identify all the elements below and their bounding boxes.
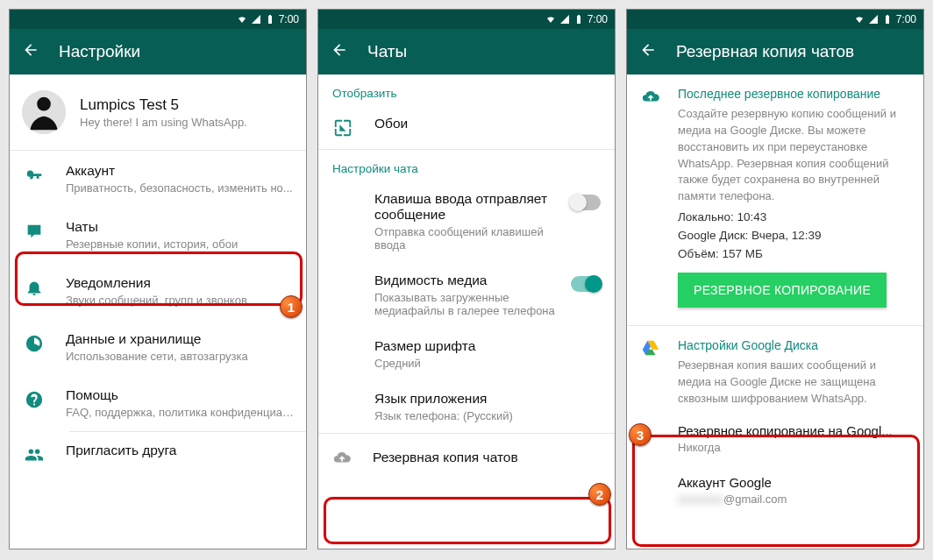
backup-to-google-row[interactable]: Резервное копирование на Googl... Никогд… xyxy=(627,413,923,464)
status-time: 7:00 xyxy=(896,13,916,25)
section-chat-settings: Настройки чата xyxy=(318,150,615,181)
profile-status: Hey there! I am using WhatsApp. xyxy=(80,116,247,129)
back-button[interactable] xyxy=(22,41,39,62)
status-bar: 7:00 xyxy=(10,10,306,29)
enter-sends-toggle[interactable]: Клавиша ввода отправляет сообщение Отпра… xyxy=(318,181,615,262)
switch-on[interactable] xyxy=(571,276,601,292)
bell-icon xyxy=(24,277,45,298)
page-title: Резервная копия чатов xyxy=(676,42,854,61)
key-icon xyxy=(24,165,45,186)
battery-icon xyxy=(882,14,893,25)
status-time: 7:00 xyxy=(279,13,299,25)
switch-off[interactable] xyxy=(571,195,601,210)
status-time: 7:00 xyxy=(588,13,608,25)
wifi-icon xyxy=(545,14,556,25)
screen-settings: 7:00 Настройки Lumpics Test 5 Hey there!… xyxy=(9,9,307,549)
last-backup-title: Последнее резервное копирование xyxy=(678,87,909,101)
app-bar: Настройки xyxy=(10,29,306,74)
backup-button[interactable]: РЕЗЕРВНОЕ КОПИРОВАНИЕ xyxy=(678,273,887,308)
settings-item-notifications[interactable]: Уведомления Звуки сообщений, групп и зво… xyxy=(10,263,306,319)
status-bar: 7:00 xyxy=(627,10,923,29)
app-language-row[interactable]: Язык приложения Язык телефона: (Русский) xyxy=(318,380,615,433)
wallpaper-row[interactable]: Обои xyxy=(318,105,615,149)
chat-icon xyxy=(24,221,45,242)
google-account-value: xxxxxxxx@gmail.com xyxy=(678,493,909,506)
settings-item-help[interactable]: Помощь FAQ, поддержка, политика конфиден… xyxy=(10,375,306,431)
media-visibility-toggle[interactable]: Видимость медиа Показывать загруженные м… xyxy=(318,262,615,328)
screen-chats-settings: 7:00 Чаты Отобразить Обои Настройки чата… xyxy=(317,9,616,549)
backup-size: Объём: 157 МБ xyxy=(678,247,909,260)
backup-gdrive-time: Google Диск: Вчера, 12:39 xyxy=(678,229,909,242)
signal-icon xyxy=(251,14,261,25)
wifi-icon xyxy=(854,14,865,25)
chats-settings-content: Отобразить Обои Настройки чата Клавиша в… xyxy=(318,74,615,549)
backup-local: Локально: 10:43 xyxy=(678,210,909,223)
signal-icon xyxy=(868,14,879,25)
settings-content: Lumpics Test 5 Hey there! I am using Wha… xyxy=(10,74,306,549)
back-button[interactable] xyxy=(639,41,657,62)
settings-item-chats[interactable]: Чаты Резервные копии, история, обои xyxy=(10,207,306,263)
backup-info-text: Создайте резервную копию сообщений и мед… xyxy=(678,106,909,205)
status-bar: 7:00 xyxy=(318,10,615,29)
signal-icon xyxy=(559,14,570,25)
settings-item-invite[interactable]: Пригласить друга xyxy=(10,432,306,476)
profile-row[interactable]: Lumpics Test 5 Hey there! I am using Wha… xyxy=(10,74,306,150)
section-display: Отобразить xyxy=(318,74,615,105)
wifi-icon xyxy=(237,14,247,25)
page-title: Чаты xyxy=(367,42,407,61)
battery-icon xyxy=(265,14,275,25)
people-icon xyxy=(24,444,45,465)
settings-item-data[interactable]: Данные и хранилище Использование сети, а… xyxy=(10,319,306,375)
wallpaper-icon xyxy=(332,117,353,138)
app-bar: Резервная копия чатов xyxy=(627,29,923,74)
svg-point-1 xyxy=(37,97,51,111)
battery-icon xyxy=(573,14,584,25)
screen-backup: 7:00 Резервная копия чатов Последнее рез… xyxy=(626,9,924,549)
gdrive-settings-text: Резервная копия ваших сообщений и медиа … xyxy=(678,358,909,408)
gdrive-settings-block: Настройки Google Диска Резервная копия в… xyxy=(627,326,923,413)
settings-item-account[interactable]: Аккаунт Приватность, безопасность, измен… xyxy=(10,151,306,207)
profile-name: Lumpics Test 5 xyxy=(80,96,247,114)
backup-chats-row[interactable]: Резервная копия чатов xyxy=(318,434,615,481)
last-backup-block: Последнее резервное копирование Создайте… xyxy=(627,74,923,325)
gdrive-settings-title: Настройки Google Диска xyxy=(678,338,909,352)
cloud-upload-icon xyxy=(332,448,352,467)
help-icon xyxy=(24,389,45,410)
page-title: Настройки xyxy=(59,42,140,61)
cloud-upload-icon xyxy=(641,87,660,313)
google-account-row[interactable]: Аккаунт Google xxxxxxxx@gmail.com xyxy=(627,464,923,516)
font-size-row[interactable]: Размер шрифта Средний xyxy=(318,328,615,380)
google-drive-icon xyxy=(641,338,660,408)
back-button[interactable] xyxy=(331,41,348,62)
app-bar: Чаты xyxy=(318,29,615,74)
avatar xyxy=(22,90,66,134)
data-usage-icon xyxy=(24,333,45,354)
backup-content: Последнее резервное копирование Создайте… xyxy=(627,74,923,549)
